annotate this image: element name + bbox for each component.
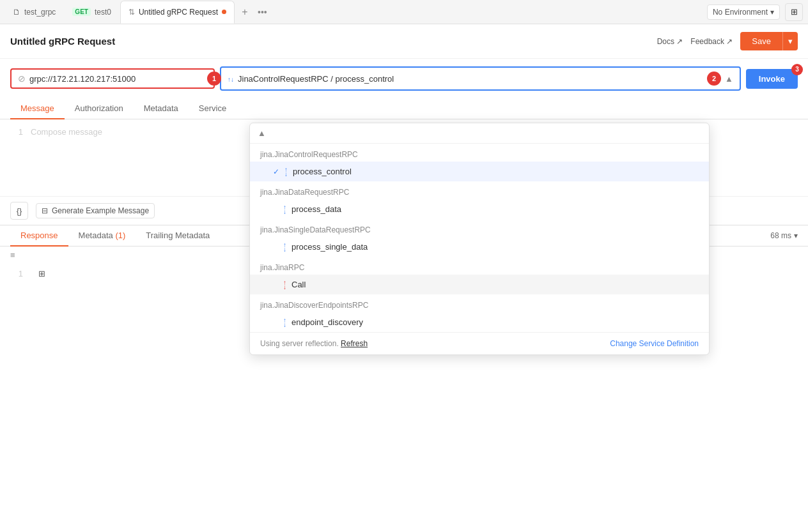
sort-icon[interactable]: ≡ [10, 250, 15, 260]
grpc-url-icon: ⊘ [18, 73, 26, 84]
sub-tabs: Message Authorization Metadata Service [0, 98, 808, 119]
method-badge: GET [72, 8, 91, 16]
dropdown-header: ▲ [250, 123, 709, 144]
tab-test-grpc[interactable]: 🗋 test_grpc [5, 1, 63, 24]
dropdown-footer: Using server reflection. Refresh Change … [250, 332, 709, 354]
generate-label: Generate Example Message [52, 206, 149, 215]
dropdown-item-process-data[interactable]: ↑↓ process_data [250, 199, 709, 219]
grpc-icon: ⇅ [128, 8, 135, 17]
item-label: process_control [293, 167, 352, 176]
response-time-value: 68 ms [770, 231, 791, 240]
arrow-icon: ↑↓ [284, 167, 288, 176]
section-label-jina-single: jina.JinaSingleDataRequestRPC [250, 219, 709, 237]
badge-2: 2 [707, 72, 721, 86]
response-icon: ⊞ [38, 269, 45, 278]
arrow-icon: ↑↓ [283, 243, 286, 252]
page-title: Untitled gRPC Request [10, 36, 657, 47]
settings-icon[interactable]: ⊞ [785, 3, 803, 21]
message-placeholder: Compose message [31, 127, 102, 137]
unsaved-dot [222, 10, 226, 14]
section-label-jina-control: jina.JinaControlRequestRPC [250, 144, 709, 162]
tab-message[interactable]: Message [10, 98, 65, 119]
tab-bar: 🗋 test_grpc GET test0 ⇅ Untitled gRPC Re… [0, 0, 808, 24]
response-tab-metadata[interactable]: Metadata (1) [68, 225, 136, 247]
tab-label: test0 [95, 8, 111, 17]
save-dropdown-button[interactable]: ▾ [782, 32, 798, 50]
section-label-jina-rpc: jina.JinaRPC [250, 257, 709, 275]
response-time: 68 ms ▾ [770, 231, 798, 240]
dropdown-item-call[interactable]: ↑↓ Call [250, 275, 709, 294]
response-tab-response[interactable]: Response [10, 225, 68, 247]
section-label-jina-data: jina.JinaDataRequestRPC [250, 181, 709, 199]
dropdown-item-process-single[interactable]: ↑↓ process_single_data [250, 237, 709, 257]
url-input-wrapper: ⊘ 1 [10, 68, 215, 89]
page-header: Untitled gRPC Request Docs ↗ Feedback ↗ … [0, 24, 808, 59]
method-path-selector: ↑↓ 2 ▲ [220, 66, 741, 91]
check-icon: ✓ [273, 167, 279, 176]
method-chevron-icon[interactable]: ▲ [725, 74, 733, 84]
item-label: process_single_data [291, 242, 368, 252]
tab-label: Untitled gRPC Request [139, 8, 218, 17]
chevron-down-icon[interactable]: ▾ [794, 231, 798, 240]
feedback-link[interactable]: Feedback ↗ [690, 37, 733, 46]
method-arrow-icon: ↑↓ [228, 73, 234, 84]
file-icon: 🗋 [13, 8, 20, 17]
change-service-link[interactable]: Change Service Definition [610, 339, 699, 348]
main-content: ⊘ 1 ↑↓ 2 ▲ Invoke 3 Message Authorizatio… [0, 59, 808, 532]
line-number: 1 [10, 127, 23, 137]
method-path-input[interactable] [238, 74, 702, 84]
new-tab-button[interactable]: + [236, 3, 254, 21]
dropdown-item-endpoint-discovery[interactable]: ↑↓ endpoint_discovery [250, 312, 709, 332]
save-button-wrapper: Save ▾ [740, 32, 798, 50]
response-line-number: 1 [10, 269, 23, 278]
invoke-button[interactable]: Invoke [746, 69, 798, 89]
item-label: Call [291, 280, 306, 289]
arrow-icon: ↑↓ [283, 318, 286, 327]
section-label-jina-discover: jina.JinaDiscoverEndpointsRPC [250, 294, 709, 312]
environment-selector[interactable]: No Environment ▾ [707, 4, 780, 20]
save-button[interactable]: Save [740, 32, 782, 50]
docs-link[interactable]: Docs ↗ [657, 37, 683, 46]
url-input[interactable] [29, 74, 207, 84]
footer-text: Using server reflection. Refresh [260, 339, 368, 348]
arrow-icon-red: ↑↓ [283, 280, 286, 289]
header-actions: Docs ↗ Feedback ↗ Save ▾ [657, 32, 798, 50]
tab-test0[interactable]: GET test0 [65, 1, 119, 24]
badge-1: 1 [207, 72, 221, 86]
dropdown-chevron-icon[interactable]: ▲ [258, 128, 266, 138]
tab-bar-right: No Environment ▾ ⊞ [707, 3, 803, 21]
environment-label: No Environment [713, 8, 768, 17]
response-tab-trailing[interactable]: Trailing Metadata [136, 225, 220, 247]
generate-icon: ⊟ [42, 206, 48, 215]
item-label: process_data [291, 204, 341, 214]
more-tabs-button[interactable]: ••• [255, 7, 270, 17]
generate-example-button[interactable]: ⊟ Generate Example Message [36, 203, 155, 218]
chevron-down-icon: ▾ [770, 8, 774, 17]
tab-grpc-request[interactable]: ⇅ Untitled gRPC Request [120, 1, 235, 24]
method-dropdown: ▲ jina.JinaControlRequestRPC ✓ ↑↓ proces… [249, 123, 710, 355]
dropdown-item-process-control[interactable]: ✓ ↑↓ process_control [250, 162, 709, 181]
arrow-icon: ↑↓ [283, 205, 286, 214]
braces-button[interactable]: {} [10, 202, 28, 220]
badge-3: 3 [791, 64, 803, 75]
tab-service[interactable]: Service [189, 98, 237, 119]
tab-authorization[interactable]: Authorization [65, 98, 134, 119]
item-label: endpoint_discovery [291, 317, 363, 327]
request-row: ⊘ 1 ↑↓ 2 ▲ Invoke 3 [0, 59, 808, 98]
tab-metadata[interactable]: Metadata [134, 98, 189, 119]
refresh-link[interactable]: Refresh [341, 339, 368, 348]
tab-label: test_grpc [24, 8, 56, 17]
